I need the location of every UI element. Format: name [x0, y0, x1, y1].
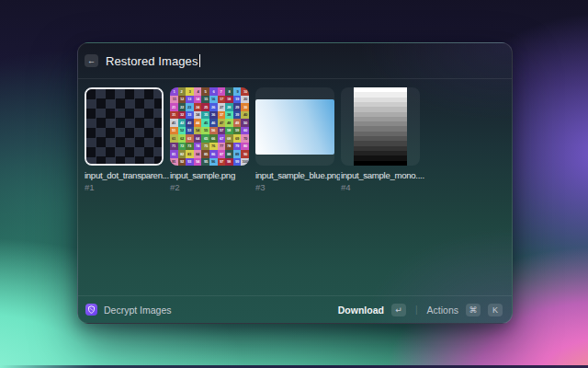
image-index: #1: [85, 182, 164, 192]
text-caret: [199, 54, 201, 67]
image-grid-item[interactable]: input_sample_mono....#4: [341, 87, 420, 192]
image-grid-item[interactable]: input_sample_blue.png#3: [255, 87, 334, 192]
image-filename: input_sample_blue.png: [255, 170, 340, 180]
image-index: #3: [255, 182, 334, 192]
back-arrow-icon: ←: [87, 57, 96, 65]
back-button[interactable]: ←: [85, 54, 98, 67]
thumbnail-gradient-mono: [341, 87, 420, 166]
numbered-color-grid: 1234567891011121314151617181920212223242…: [170, 87, 249, 166]
thumbnail-gradient-blue: [255, 87, 334, 166]
raycast-window: ← Restored Images input_dot_transparen..…: [77, 42, 513, 324]
image-grid-item[interactable]: 1234567891011121314151617181920212223242…: [170, 87, 249, 192]
image-filename: input_sample.png: [170, 170, 254, 180]
window-header: ← Restored Images: [78, 43, 512, 78]
return-key-icon[interactable]: ↵: [391, 304, 406, 316]
image-index: #4: [341, 182, 420, 192]
command-key-icon[interactable]: ⌘: [466, 304, 481, 316]
thumbnail-number-grid: 1234567891011121314151617181920212223242…: [170, 87, 249, 166]
monochrome-gradient-image: [354, 87, 407, 166]
footer-separator: |: [415, 305, 418, 315]
results-area: input_dot_transparen...#1123456789101112…: [78, 79, 512, 295]
search-input-text: Restored Images: [106, 54, 198, 68]
image-grid-item[interactable]: input_dot_transparen...#1: [85, 87, 164, 192]
k-key-icon[interactable]: K: [488, 304, 503, 316]
image-grid: input_dot_transparen...#1123456789101112…: [78, 79, 512, 192]
image-filename: input_sample_mono....: [341, 170, 425, 180]
checkerboard-pattern: [86, 89, 162, 164]
window-footer: Decrypt Images Download ↵ | Actions ⌘ K: [78, 295, 512, 323]
search-input[interactable]: Restored Images: [106, 54, 200, 68]
thumbnail-checkerboard: [85, 87, 164, 166]
actions-button[interactable]: Actions: [427, 305, 458, 316]
image-index: #2: [170, 182, 249, 192]
app-name: Decrypt Images: [104, 305, 172, 316]
download-button[interactable]: Download: [338, 305, 384, 316]
shield-icon: [85, 304, 97, 316]
image-filename: input_dot_transparen...: [85, 170, 169, 180]
blue-gradient-image: [255, 99, 334, 155]
